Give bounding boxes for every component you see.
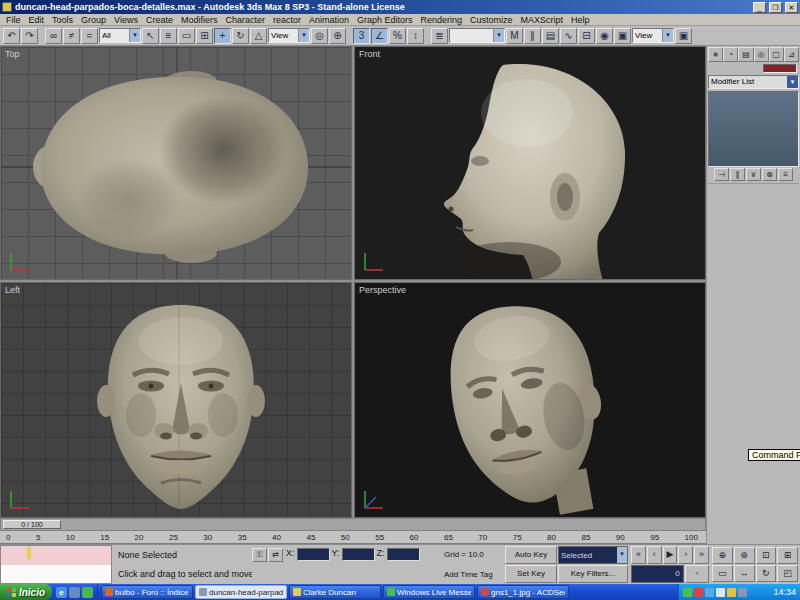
modifier-stack-list[interactable]	[708, 91, 799, 167]
pan-button[interactable]: ↔	[734, 565, 755, 582]
rectangular-selection-region-icon[interactable]: ▭	[178, 28, 195, 44]
make-unique-button[interactable]: ∨	[746, 168, 761, 181]
viewport-front[interactable]: Front	[354, 46, 706, 280]
schematic-view-icon[interactable]: ⊟	[578, 28, 595, 44]
mirror-icon[interactable]: M	[506, 28, 523, 44]
trackbar-tick-25[interactable]: 25	[169, 533, 178, 542]
display-tab[interactable]: ▢	[769, 47, 784, 62]
trackbar-tick-90[interactable]: 90	[616, 533, 625, 542]
trackbar-tick-55[interactable]: 55	[375, 533, 384, 542]
curve-editor-icon[interactable]: ∿	[560, 28, 577, 44]
material-editor-icon[interactable]: ◉	[596, 28, 613, 44]
y-coordinate-field[interactable]	[342, 548, 375, 561]
taskbar-task[interactable]: gns1_1.jpg - ACDSee v5.0	[477, 585, 569, 599]
trackbar-tick-45[interactable]: 45	[306, 533, 315, 542]
field-of-view-button[interactable]: ▭	[712, 565, 733, 582]
select-object-icon[interactable]: ↖	[142, 28, 159, 44]
absolute-offset-toggle[interactable]: ⇄	[268, 548, 283, 562]
key-filters-button[interactable]: Key Filters...	[558, 565, 628, 583]
remove-modifier-button[interactable]: ⊗	[762, 168, 777, 181]
quick-render-icon[interactable]: ▣	[675, 28, 692, 44]
trackbar-tick-15[interactable]: 15	[100, 533, 109, 542]
messenger-quicklaunch-icon[interactable]	[82, 587, 93, 598]
trackbar-tick-80[interactable]: 80	[547, 533, 556, 542]
taskbar-clock[interactable]: 14:34	[773, 587, 796, 597]
trackbar-tick-35[interactable]: 35	[238, 533, 247, 542]
select-and-move-icon[interactable]: +	[214, 28, 231, 44]
add-time-tag[interactable]: Add Time Tag	[444, 570, 504, 579]
key-mode-toggle[interactable]: ◦	[685, 565, 709, 583]
display-tray-icon[interactable]	[738, 588, 747, 597]
update-tray-icon[interactable]	[727, 588, 736, 597]
listener-script-row[interactable]	[1, 565, 111, 584]
go-to-start-button[interactable]: «	[631, 546, 646, 564]
select-and-rotate-icon[interactable]: ↻	[232, 28, 249, 44]
trackbar-tick-0[interactable]: 0	[6, 533, 10, 542]
angle-snap-icon[interactable]: ∠	[371, 28, 388, 44]
listener-macro-row[interactable]	[1, 546, 111, 565]
menu-item-group[interactable]: Group	[77, 15, 110, 25]
menu-item-graph-editors[interactable]: Graph Editors	[353, 15, 417, 25]
viewport-label-perspective[interactable]: Perspective	[359, 285, 406, 295]
select-and-manipulate-icon[interactable]: ⊕	[329, 28, 346, 44]
menu-item-modifiers[interactable]: Modifiers	[177, 15, 222, 25]
x-coordinate-field[interactable]	[297, 548, 330, 561]
head-model-left-view[interactable]	[1, 283, 352, 518]
menu-item-animation[interactable]: Animation	[305, 15, 353, 25]
min-max-toggle-button[interactable]: ◰	[777, 565, 798, 582]
zoom-extents-all-button[interactable]: ⊞	[777, 547, 798, 564]
dropdown-arrow-icon[interactable]: ▼	[298, 29, 309, 42]
head-model-front-view[interactable]	[355, 47, 706, 280]
menu-item-help[interactable]: Help	[567, 15, 594, 25]
reference-coordinate-dropdown[interactable]: View▼	[268, 28, 310, 43]
current-frame-field[interactable]: 0	[631, 565, 684, 583]
start-button[interactable]: Inicio	[0, 584, 52, 600]
time-slider-track[interactable]: 0 / 100	[0, 518, 706, 531]
menu-item-edit[interactable]: Edit	[25, 15, 49, 25]
volume-tray-icon[interactable]	[716, 588, 725, 597]
taskbar-task[interactable]: bulbo - Foro :: Índice - M...	[101, 585, 193, 599]
taskbar-task[interactable]: Clarke Duncan	[289, 585, 381, 599]
minimize-button[interactable]: _	[753, 2, 766, 13]
menu-item-file[interactable]: File	[2, 15, 25, 25]
unlink-selection-icon[interactable]: ≠	[63, 28, 80, 44]
messenger-tray-icon[interactable]	[683, 588, 692, 597]
menu-item-create[interactable]: Create	[142, 15, 177, 25]
use-pivot-center-icon[interactable]: ◎	[311, 28, 328, 44]
trackbar-tick-40[interactable]: 40	[272, 533, 281, 542]
menu-item-views[interactable]: Views	[110, 15, 142, 25]
dropdown-arrow-icon[interactable]: ▼	[617, 547, 627, 563]
trackbar-tick-10[interactable]: 10	[66, 533, 75, 542]
go-to-end-button[interactable]: »	[694, 546, 709, 564]
head-model-top-view[interactable]	[1, 47, 352, 280]
play-button[interactable]: ▶	[663, 546, 678, 564]
trackbar-tick-20[interactable]: 20	[135, 533, 144, 542]
render-scene-icon[interactable]: ▣	[614, 28, 631, 44]
menu-item-tools[interactable]: Tools	[48, 15, 77, 25]
close-button[interactable]: ✕	[785, 2, 798, 13]
create-tab[interactable]: ∗	[708, 47, 723, 62]
trackbar-tick-50[interactable]: 50	[341, 533, 350, 542]
viewport-left[interactable]: Left	[0, 282, 352, 518]
menu-item-customize[interactable]: Customize	[466, 15, 517, 25]
selection-lock-toggle[interactable]: ⚿	[252, 548, 267, 562]
viewport-label-left[interactable]: Left	[5, 285, 20, 295]
redo-icon[interactable]: ↷	[21, 28, 38, 44]
edit-named-selection-icon[interactable]: ≣	[431, 28, 448, 44]
trackbar-tick-65[interactable]: 65	[444, 533, 453, 542]
render-type-dropdown[interactable]: View▼	[632, 28, 674, 43]
trackbar-tick-70[interactable]: 70	[478, 533, 487, 542]
previous-frame-button[interactable]: ‹	[647, 546, 662, 564]
zoom-all-button[interactable]: ⊛	[734, 547, 755, 564]
zoom-extents-button[interactable]: ⊡	[756, 547, 777, 564]
select-and-scale-icon[interactable]: △	[250, 28, 267, 44]
show-end-result-button[interactable]: ∥	[730, 168, 745, 181]
menu-item-reactor[interactable]: reactor	[269, 15, 305, 25]
dropdown-arrow-icon[interactable]: ▼	[493, 29, 504, 42]
viewport-label-top[interactable]: Top	[5, 49, 20, 59]
selection-filter-dropdown[interactable]: All▼	[99, 28, 141, 43]
viewport-label-front[interactable]: Front	[359, 49, 380, 59]
menu-item-rendering[interactable]: Rendering	[417, 15, 467, 25]
bind-to-space-warp-icon[interactable]: ≈	[81, 28, 98, 44]
dropdown-arrow-icon[interactable]: ▼	[787, 76, 798, 88]
